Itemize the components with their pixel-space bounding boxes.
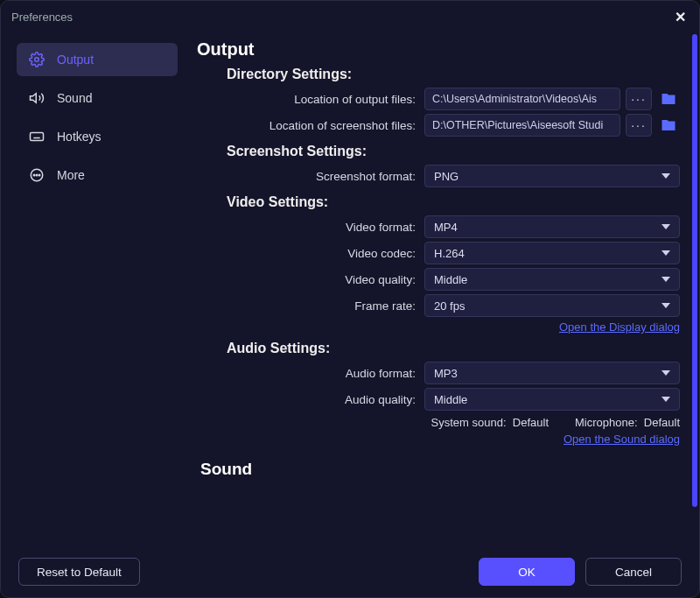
reset-to-default-button[interactable]: Reset to Default xyxy=(18,558,140,586)
sidebar-item-label: More xyxy=(57,168,85,182)
row-video-codec: Video codec: H.264 xyxy=(197,242,680,264)
open-display-dialog-link[interactable]: Open the Display dialog xyxy=(197,320,680,334)
video-quality-value: Middle xyxy=(434,273,467,286)
microphone-label: Microphone: Default xyxy=(575,416,680,429)
svg-point-11 xyxy=(38,174,40,176)
row-frame-rate: Frame rate: 20 fps xyxy=(197,294,680,317)
body: Output Sound Hotkeys More xyxy=(1,32,699,546)
titlebar: Preferences ✕ xyxy=(1,1,699,32)
video-codec-select[interactable]: H.264 xyxy=(424,242,680,264)
output-location-value: C:\Users\Administrator\Videos\Ais xyxy=(432,93,597,105)
row-video-format: Video format: MP4 xyxy=(197,215,680,238)
chevron-down-icon xyxy=(662,250,670,256)
ok-button[interactable]: OK xyxy=(479,558,575,586)
sidebar-item-more[interactable]: More xyxy=(17,158,178,192)
row-video-quality: Video quality: Middle xyxy=(197,268,680,291)
microphone-value: Default xyxy=(644,416,680,429)
video-format-select[interactable]: MP4 xyxy=(424,215,680,238)
window-title: Preferences xyxy=(11,11,73,24)
video-codec-value: H.264 xyxy=(434,247,465,260)
sidebar-item-label: Output xyxy=(57,53,94,67)
svg-marker-1 xyxy=(31,94,37,103)
chevron-down-icon xyxy=(662,303,670,308)
screenshot-format-select[interactable]: PNG xyxy=(424,165,680,187)
chevron-down-icon xyxy=(662,224,670,229)
video-codec-label: Video codec: xyxy=(197,247,424,260)
chevron-down-icon xyxy=(662,277,670,282)
sidebar-item-label: Hotkeys xyxy=(57,130,102,144)
content-panel: Output Directory Settings: Location of o… xyxy=(188,32,699,546)
svg-rect-2 xyxy=(31,133,44,141)
audio-quality-label: Audio quality: xyxy=(197,393,424,406)
footer-right: OK Cancel xyxy=(479,558,682,586)
audio-quality-value: Middle xyxy=(434,393,467,406)
screenshot-location-field[interactable]: D:\OTHER\Pictures\Aiseesoft Studi xyxy=(424,114,620,137)
row-output-location: Location of output files: C:\Users\Admin… xyxy=(197,88,680,110)
video-settings-heading: Video Settings: xyxy=(227,194,680,210)
output-heading: Output xyxy=(197,39,680,60)
sidebar: Output Sound Hotkeys More xyxy=(1,32,188,546)
open-sound-dialog-link[interactable]: Open the Sound dialog xyxy=(197,433,680,446)
frame-rate-label: Frame rate: xyxy=(197,299,424,313)
chevron-down-icon xyxy=(662,173,670,179)
directory-settings-heading: Directory Settings: xyxy=(227,67,680,82)
svg-point-10 xyxy=(36,174,38,176)
frame-rate-value: 20 fps xyxy=(434,299,465,313)
close-icon: ✕ xyxy=(675,9,686,25)
open-screenshot-folder-button[interactable] xyxy=(657,114,680,137)
keyboard-icon xyxy=(29,129,45,144)
output-location-field[interactable]: C:\Users\Administrator\Videos\Ais xyxy=(424,88,620,110)
video-quality-label: Video quality: xyxy=(197,273,424,286)
sound-heading: Sound xyxy=(200,460,680,479)
cancel-button[interactable]: Cancel xyxy=(585,558,682,586)
video-format-value: MP4 xyxy=(434,221,458,234)
audio-format-select[interactable]: MP3 xyxy=(424,362,680,384)
svg-point-9 xyxy=(33,174,35,176)
browse-screenshot-button[interactable]: ··· xyxy=(626,114,652,137)
sidebar-item-sound[interactable]: Sound xyxy=(17,81,178,115)
screenshot-location-value: D:\OTHER\Pictures\Aiseesoft Studi xyxy=(432,119,603,131)
screenshot-settings-heading: Screenshot Settings: xyxy=(227,144,680,159)
system-sound-value: Default xyxy=(513,416,549,429)
speaker-icon xyxy=(29,90,45,106)
footer: Reset to Default OK Cancel xyxy=(1,546,699,597)
frame-rate-select[interactable]: 20 fps xyxy=(424,294,680,317)
gear-icon xyxy=(29,52,45,67)
output-location-label: Location of output files: xyxy=(197,93,424,106)
row-screenshot-location: Location of screenshot files: D:\OTHER\P… xyxy=(197,114,680,137)
sidebar-item-output[interactable]: Output xyxy=(17,43,178,76)
svg-point-0 xyxy=(35,58,39,62)
audio-settings-heading: Audio Settings: xyxy=(227,341,680,356)
screenshot-format-label: Screenshot format: xyxy=(197,170,424,183)
sidebar-item-label: Sound xyxy=(57,91,92,105)
row-audio-quality: Audio quality: Middle xyxy=(197,388,680,411)
screenshot-format-value: PNG xyxy=(434,170,458,183)
audio-defaults-row: System sound: Default Microphone: Defaul… xyxy=(197,416,680,429)
ellipsis-icon: ··· xyxy=(631,92,647,106)
video-format-label: Video format: xyxy=(197,221,424,234)
scrollbar[interactable] xyxy=(692,34,697,507)
more-icon xyxy=(29,167,45,183)
open-output-folder-button[interactable] xyxy=(657,88,680,110)
close-button[interactable]: ✕ xyxy=(671,8,689,25)
video-quality-select[interactable]: Middle xyxy=(424,268,680,291)
ellipsis-icon: ··· xyxy=(631,118,647,132)
system-sound-label: System sound: Default xyxy=(431,416,549,429)
sidebar-item-hotkeys[interactable]: Hotkeys xyxy=(17,120,178,153)
folder-icon xyxy=(660,91,677,107)
preferences-window: Preferences ✕ Output Sound xyxy=(0,0,700,598)
chevron-down-icon xyxy=(662,397,670,402)
audio-quality-select[interactable]: Middle xyxy=(424,388,680,411)
chevron-down-icon xyxy=(662,370,670,376)
audio-format-value: MP3 xyxy=(434,367,458,380)
row-screenshot-format: Screenshot format: PNG xyxy=(197,165,680,187)
browse-output-button[interactable]: ··· xyxy=(626,88,652,110)
audio-format-label: Audio format: xyxy=(197,367,424,380)
screenshot-location-label: Location of screenshot files: xyxy=(197,119,424,132)
row-audio-format: Audio format: MP3 xyxy=(197,362,680,384)
folder-icon xyxy=(660,117,677,133)
